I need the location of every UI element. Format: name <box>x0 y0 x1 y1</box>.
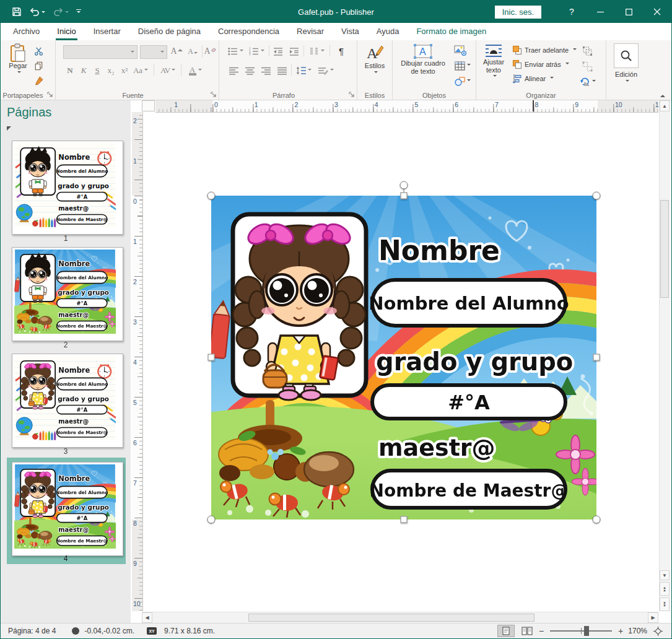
bring-forward-button[interactable]: Traer adelante <box>512 45 577 55</box>
increase-indent-button[interactable] <box>287 45 301 58</box>
numbering-button[interactable]: 123 <box>248 45 265 58</box>
scroll-right-button[interactable]: ▶ <box>648 612 658 623</box>
paste-button[interactable]: Pegar <box>6 43 30 75</box>
insert-table-button[interactable] <box>453 59 472 72</box>
vertical-scrollbar-thumb[interactable] <box>660 200 669 298</box>
character-spacing-button[interactable]: AV <box>157 64 178 77</box>
document-canvas[interactable]: 101234567891011 21012345678910 ▲ ▼ ▲▲ ▼▼ <box>131 100 671 624</box>
cut-button[interactable] <box>32 44 45 58</box>
group-objects-button[interactable] <box>580 44 594 58</box>
draw-textbox-button[interactable]: A Dibujar cuadro de texto <box>396 43 450 76</box>
page-number-1[interactable]: 1 <box>1 234 131 243</box>
tab-correspondencia[interactable]: Correspondencia <box>209 24 288 40</box>
fit-page-button[interactable] <box>653 627 663 636</box>
bullets-button[interactable] <box>227 45 244 58</box>
font-name-combobox[interactable] <box>63 45 137 59</box>
object-dimensions[interactable]: 9.71 x 8.16 cm. <box>164 627 215 635</box>
zoom-slider-thumb[interactable] <box>584 626 589 636</box>
zoom-level[interactable]: 170% <box>628 627 647 635</box>
customize-quick-access-button[interactable] <box>74 3 84 20</box>
parrafo-dialog-launcher[interactable] <box>349 92 355 98</box>
bold-button[interactable]: N <box>63 64 77 77</box>
styles-button[interactable]: A Estilos <box>361 43 388 75</box>
font-size-combobox[interactable] <box>140 45 167 59</box>
ungroup-objects-button[interactable] <box>580 59 594 73</box>
redo-dropdown-icon[interactable] <box>65 11 69 15</box>
help-button[interactable]: ? <box>557 1 586 23</box>
horizontal-ruler[interactable]: 101234567891011 <box>155 100 658 113</box>
tab-vista[interactable]: Vista <box>333 24 368 40</box>
tab-inicio[interactable]: Inicio <box>48 24 84 40</box>
minimize-button[interactable] <box>586 1 614 23</box>
change-case-button[interactable]: Aa <box>131 64 150 77</box>
grow-font-button[interactable]: A <box>170 45 183 58</box>
two-page-view-button[interactable] <box>518 625 536 637</box>
horizontal-scrollbar-thumb[interactable] <box>248 614 535 622</box>
portapapeles-dialog-launcher[interactable] <box>47 92 53 98</box>
resize-handle-top[interactable] <box>401 193 408 199</box>
page-thumbnail-3[interactable] <box>12 354 123 448</box>
line-spacing-button[interactable] <box>294 64 313 77</box>
page-number-2[interactable]: 2 <box>1 341 131 349</box>
tab-ayuda[interactable]: Ayuda <box>368 24 408 40</box>
page-number-4[interactable]: 4 <box>1 554 131 563</box>
show-formatting-button[interactable]: ¶ <box>334 44 348 58</box>
scroll-up-button[interactable]: ▲ <box>660 100 670 111</box>
tab-formato-de-imagen[interactable]: Formato de imagen <box>408 24 495 40</box>
save-button[interactable] <box>9 3 24 20</box>
rotation-handle[interactable] <box>400 181 408 189</box>
align-objects-button[interactable]: Alinear <box>512 74 554 84</box>
wrap-text-button[interactable]: Ajustar texto <box>478 43 510 79</box>
resize-handle-right[interactable] <box>593 354 600 361</box>
page-thumbnail-2[interactable] <box>12 247 123 341</box>
resize-handle-bottom-left[interactable] <box>207 516 216 524</box>
decrease-indent-button[interactable] <box>271 45 285 58</box>
align-right-button[interactable] <box>259 64 273 77</box>
cursor-position[interactable]: -0.04,-0.02 cm. <box>84 627 134 635</box>
shapes-button[interactable] <box>453 74 472 88</box>
page-thumbnail-1[interactable] <box>12 141 123 235</box>
format-painter-button[interactable] <box>32 74 45 87</box>
resize-handle-top-left[interactable] <box>207 192 216 200</box>
insert-picture-button[interactable] <box>453 43 467 57</box>
undo-dropdown-icon[interactable] <box>41 11 45 15</box>
zoom-slider[interactable] <box>550 630 612 632</box>
justify-button[interactable] <box>275 64 289 77</box>
tab-revisar[interactable]: Revisar <box>288 24 333 40</box>
subscript-button[interactable]: x₂ <box>104 64 118 77</box>
send-backward-button[interactable]: Enviar atrás <box>512 59 569 69</box>
tab-diseno-de-pagina[interactable]: Diseño de página <box>129 24 209 40</box>
vertical-ruler[interactable]: 21012345678910 <box>132 112 143 611</box>
scroll-left-button[interactable]: ◀ <box>142 612 152 623</box>
clear-formatting-button[interactable]: A <box>203 45 217 58</box>
single-page-view-button[interactable] <box>497 625 515 637</box>
selected-picture[interactable] <box>211 196 596 519</box>
scroll-down-button[interactable]: ▼ <box>660 570 670 580</box>
shrink-font-button[interactable]: A <box>186 45 199 58</box>
fuente-dialog-launcher[interactable] <box>211 92 217 98</box>
paragraph-styles-button[interactable] <box>316 64 336 77</box>
zoom-out-button[interactable]: − <box>538 626 545 636</box>
redo-button[interactable] <box>50 3 71 20</box>
sign-in-button[interactable]: Inic. ses. <box>495 6 541 19</box>
previous-page-button[interactable]: ▲▲ <box>660 582 670 596</box>
maximize-button[interactable] <box>614 1 643 23</box>
page-thumbnail-4-selected[interactable] <box>12 462 123 556</box>
align-left-button[interactable] <box>227 64 240 77</box>
tab-archivo[interactable]: Archivo <box>4 24 48 40</box>
collapse-ribbon-button[interactable] <box>660 92 665 97</box>
next-page-button[interactable]: ▼▼ <box>660 598 670 611</box>
vertical-scrollbar[interactable]: ▲ ▼ ▲▲ ▼▼ <box>659 100 670 611</box>
page-indicator[interactable]: Página: 4 de 4 <box>8 627 56 635</box>
page-number-3[interactable]: 3 <box>1 447 131 456</box>
rotate-objects-button[interactable] <box>578 75 598 89</box>
resize-handle-bottom-right[interactable] <box>593 516 601 524</box>
font-color-button[interactable]: A <box>185 64 206 77</box>
superscript-button[interactable]: x² <box>118 64 131 77</box>
editing-button[interactable]: Edición <box>613 43 640 84</box>
columns-button[interactable] <box>307 45 326 58</box>
zoom-in-button[interactable]: + <box>617 626 624 636</box>
align-center-button[interactable] <box>243 64 256 77</box>
resize-handle-top-right[interactable] <box>593 192 601 200</box>
underline-button[interactable]: S <box>90 64 104 77</box>
